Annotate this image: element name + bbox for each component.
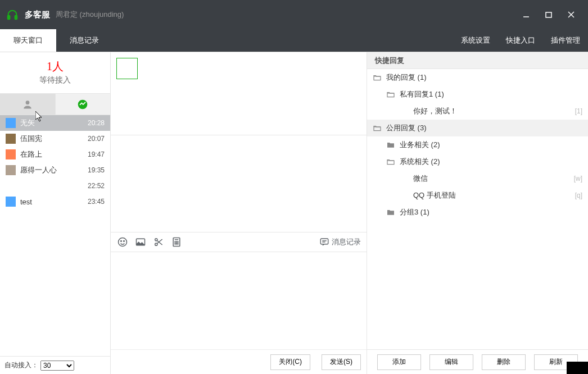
edit-button[interactable]: 编辑 [429,354,473,370]
svg-rect-3 [546,12,551,17]
messenger-icon [77,99,88,110]
tree-row[interactable]: 微信[w] [367,170,588,187]
svg-rect-22 [320,239,328,244]
tree-label: 你好，测试！ [413,106,575,116]
folder-icon [386,140,395,149]
menu-plugins[interactable]: 插件管理 [543,35,588,45]
svg-point-20 [176,244,177,244]
send-button[interactable]: 发送(S) [322,354,361,370]
editor-toolbar: 消息记录 [111,232,367,252]
close-button[interactable] [560,6,582,23]
svg-point-13 [155,243,157,245]
folder-open-icon [386,157,395,166]
tree-row[interactable]: 我的回复 (1) [367,69,588,86]
middle-column: 消息记录 关闭(C) 发送(S) [111,52,367,374]
tree-row[interactable]: 分组3 (1) [367,204,588,221]
chat-icon [319,237,329,247]
folder-open-icon [373,73,382,82]
message-editor[interactable] [111,252,367,349]
tree-row[interactable]: 你好，测试！[1] [367,103,588,120]
svg-point-10 [124,241,125,242]
tabbar: 聊天窗口 消息记录 系统设置 快捷入口 插件管理 [0,29,588,52]
chat-time: 19:47 [88,150,105,158]
left-column: 1人 等待接入 无矢20:28伍国宪20:07在路上19:47愿得一人心19:3… [0,52,111,374]
avatar [6,197,16,207]
image-icon[interactable] [134,236,147,248]
chat-time: 22:52 [88,182,105,190]
tree-label: QQ 手机登陆 [413,190,575,200]
chat-item[interactable]: 伍国宪20:07 [0,131,110,147]
close-button-mid[interactable]: 关闭(C) [270,354,310,370]
emoji-icon[interactable] [116,236,129,248]
tab-chat[interactable]: 聊天窗口 [0,29,56,52]
folder-open-icon [373,124,382,133]
waiting-count: 1人 [0,59,110,74]
tree-row[interactable]: 系统相关 (2) [367,153,588,170]
chat-time: 20:28 [88,119,105,127]
tree-label: 微信 [413,174,574,184]
chat-name: 在路上 [20,149,88,159]
headphone-icon [6,8,19,21]
svg-point-18 [178,242,178,243]
avatar-placeholder [116,58,138,79]
svg-point-17 [176,242,177,243]
tree-label: 业务相关 (2) [400,140,582,150]
add-button[interactable]: 添加 [377,354,421,370]
folder-icon [386,208,395,217]
message-list [111,135,367,232]
waiting-label: 等待接入 [0,75,110,85]
titlebar: 多客服 周君定 (zhoujunding) [0,0,588,29]
autojoin-label: 自动接入： [4,361,38,370]
quick-reply-tree: 我的回复 (1)私有回复1 (1)你好，测试！[1]公用回复 (3)业务相关 (… [367,69,588,349]
svg-rect-1 [15,16,17,19]
chat-item[interactable]: test23:45 [0,194,110,209]
tree-shortcut: [q] [575,191,582,199]
menu-quick[interactable]: 快捷入口 [498,35,543,45]
svg-point-21 [178,244,178,244]
menu-settings[interactable]: 系统设置 [453,35,498,45]
message-header-area [111,52,367,135]
svg-point-6 [25,101,29,104]
user-subtitle: 周君定 (zhoujunding) [56,10,124,20]
history-link[interactable]: 消息记录 [319,237,361,247]
tree-label: 我的回复 (1) [386,72,582,83]
avatar [6,149,16,159]
minimize-button[interactable] [515,6,537,23]
tree-row[interactable]: QQ 手机登陆[q] [367,187,588,204]
app-title: 多客服 [25,10,50,20]
delete-button[interactable]: 删除 [482,354,526,370]
chat-list: 无矢20:28伍国宪20:07在路上19:47愿得一人心19:3522:52te… [0,115,110,356]
chat-name: test [20,198,88,206]
folder-open-icon [386,90,395,99]
scissors-icon[interactable] [152,236,165,248]
svg-rect-0 [8,16,10,19]
tree-shortcut: [w] [574,175,582,183]
tree-label: 公用回复 (3) [386,123,582,133]
calculator-icon[interactable] [170,236,183,248]
tree-shortcut: [1] [575,107,582,115]
chat-time: 20:07 [88,135,105,143]
avatar [6,165,16,175]
autojoin-select[interactable]: 30 [40,361,74,371]
chat-item[interactable]: 在路上19:47 [0,147,110,162]
contacts-tab[interactable] [0,94,56,115]
chat-item[interactable]: 愿得一人心19:35 [0,162,110,178]
tree-row[interactable]: 业务相关 (2) [367,136,588,153]
tree-label: 系统相关 (2) [400,157,582,167]
chat-item[interactable]: 22:52 [0,178,110,194]
chat-item[interactable]: 无矢20:28 [0,115,110,131]
waiting-box[interactable]: 1人 等待接入 [0,52,110,94]
svg-point-16 [175,242,175,243]
tree-row[interactable]: 公用回复 (3) [367,120,588,136]
auto-join-bar: 自动接入： 30 [0,356,110,374]
history-link-label: 消息记录 [332,237,361,247]
chat-name: 伍国宪 [20,134,88,144]
tab-history[interactable]: 消息记录 [56,29,112,52]
overlay-strip [567,362,588,374]
quick-reply-header: 快捷回复 [367,52,588,69]
messenger-tab[interactable] [56,94,111,115]
chat-name: 无矢 [20,118,88,128]
tree-row[interactable]: 私有回复1 (1) [367,86,588,103]
maximize-button[interactable] [537,6,560,23]
person-icon [22,99,33,110]
